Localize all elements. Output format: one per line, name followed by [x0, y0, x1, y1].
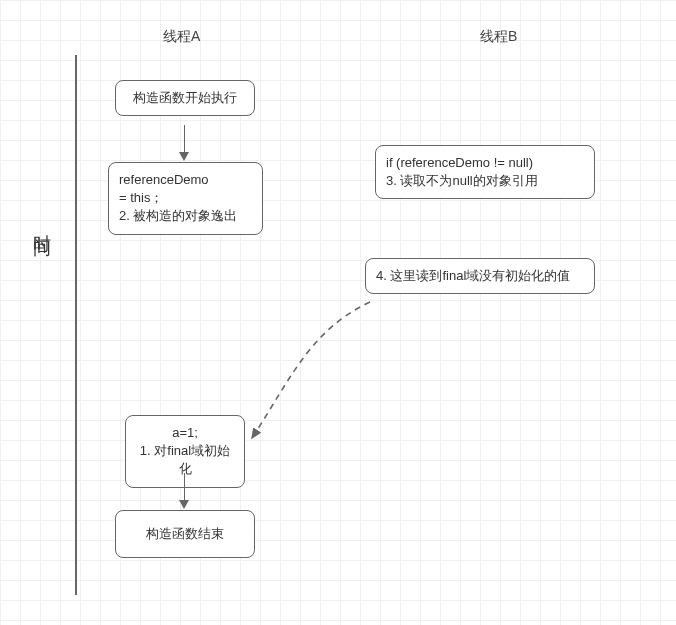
dashed-arrow: [0, 0, 676, 625]
